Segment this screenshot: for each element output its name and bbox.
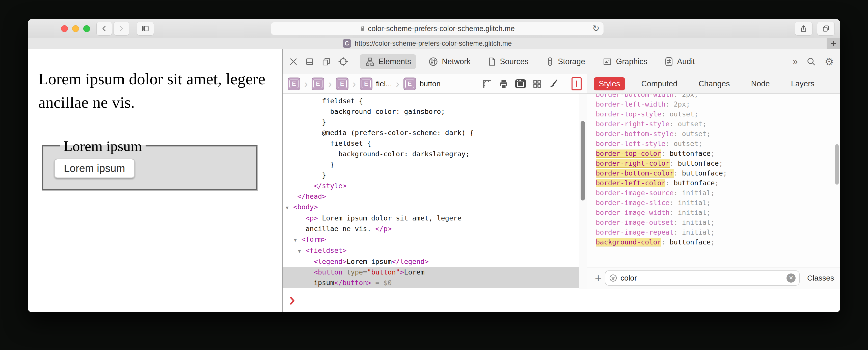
- dom-tree-row[interactable]: </head>: [283, 191, 587, 202]
- element-states-brush-icon[interactable]: [549, 79, 558, 89]
- dom-tree-row[interactable]: <legend>Lorem ipsum</legend>: [283, 256, 587, 267]
- style-property-row[interactable]: border-top-color: buttonface;: [596, 148, 840, 158]
- browser-tab[interactable]: C https://color-scheme-prefers-color-sch…: [28, 38, 827, 49]
- dom-tree-row[interactable]: ▼<form>: [283, 234, 587, 245]
- breadcrumb-element-badge[interactable]: E: [360, 78, 372, 90]
- inspector-tab-network[interactable]: Network: [423, 54, 476, 69]
- dom-tree-row[interactable]: fieldset {: [283, 96, 587, 106]
- sidebar-tab-computed[interactable]: Computed: [636, 77, 682, 90]
- style-property-row[interactable]: border-bottom-width: 2px;: [596, 94, 840, 99]
- styles-panel: border-bottom-width: 2px;border-left-wid…: [587, 94, 840, 267]
- sidebar-tab-changes[interactable]: Changes: [693, 77, 735, 90]
- dom-tree-row[interactable]: ancillae ne vis. </p>: [283, 224, 587, 234]
- page-button[interactable]: Lorem ipsum: [54, 158, 135, 178]
- dom-tree-row[interactable]: <p> Lorem ipsum dolor sit amet, legere: [283, 213, 587, 224]
- dom-tree-row[interactable]: ipsum</button> = $0: [283, 278, 587, 288]
- search-button[interactable]: [806, 57, 816, 66]
- dom-tree-row[interactable]: }: [283, 170, 587, 180]
- breadcrumb-element-badge[interactable]: E: [403, 78, 416, 90]
- sources-icon: [488, 57, 496, 67]
- close-window-button[interactable]: [61, 25, 68, 32]
- clear-filter-icon[interactable]: ✕: [786, 273, 796, 283]
- style-property-row[interactable]: border-left-color: buttonface;: [596, 178, 840, 188]
- dock-to-bottom-button[interactable]: [305, 57, 314, 66]
- breadcrumb-element-badge[interactable]: E: [312, 78, 324, 90]
- reload-icon[interactable]: ↻: [592, 23, 600, 33]
- styles-filter-input[interactable]: color ✕: [605, 270, 800, 286]
- dom-tree-scrollbar[interactable]: [579, 94, 587, 289]
- style-property-row[interactable]: border-right-color: buttonface;: [596, 158, 840, 168]
- dom-tree-row[interactable]: fieldset {: [283, 138, 587, 149]
- inspector-tab-graphics[interactable]: Graphics: [597, 55, 652, 69]
- property-name: border-image-slice: [596, 199, 670, 207]
- inspector-tab-audit[interactable]: Audit: [659, 54, 700, 69]
- minimize-window-button[interactable]: [72, 25, 79, 32]
- styles-scrollbar[interactable]: [835, 94, 839, 267]
- dom-tree-row[interactable]: background-color: gainsboro;: [283, 106, 587, 117]
- scrollbar-thumb[interactable]: [581, 121, 585, 201]
- share-button[interactable]: [795, 22, 812, 35]
- dom-tree-row[interactable]: </style>: [283, 180, 587, 191]
- compositing-borders-icon[interactable]: [571, 77, 582, 90]
- breadcrumb-item-button[interactable]: button: [420, 80, 440, 88]
- dom-tree-row[interactable]: }: [283, 159, 587, 170]
- style-property-row[interactable]: border-image-outset: initial;: [596, 217, 840, 227]
- back-button[interactable]: [96, 22, 112, 35]
- inspector-tab-storage[interactable]: Storage: [541, 54, 590, 69]
- browser-window: color-scheme-prefers-color-scheme.glitch…: [28, 19, 840, 312]
- address-bar[interactable]: color-scheme-prefers-color-scheme.glitch…: [271, 22, 604, 35]
- dom-tree-row[interactable]: }: [283, 117, 587, 127]
- style-property-row[interactable]: border-bottom-color: buttonface;: [596, 168, 840, 178]
- disclosure-triangle-icon[interactable]: ▼: [286, 202, 293, 213]
- rulers-toggle-icon[interactable]: [482, 79, 492, 89]
- style-property-row[interactable]: border-image-repeat: initial;: [596, 227, 840, 237]
- disclosure-triangle-icon[interactable]: ▼: [298, 246, 306, 256]
- breadcrumb-item-fieldset[interactable]: fiel...: [376, 80, 392, 88]
- breadcrumb-element-badge[interactable]: E: [288, 78, 300, 90]
- style-property-row[interactable]: border-image-source: initial;: [596, 188, 840, 198]
- dom-tree-row[interactable]: @media (prefers-color-scheme: dark) {: [283, 127, 587, 138]
- style-property-row[interactable]: border-left-style: outset;: [596, 139, 840, 148]
- property-value: buttonface: [678, 159, 719, 167]
- appearance-toggle-icon[interactable]: [515, 79, 526, 88]
- inspector-tab-elements[interactable]: Elements: [360, 54, 416, 69]
- forward-button[interactable]: [114, 22, 129, 35]
- tab-overview-button[interactable]: [817, 22, 835, 35]
- dom-tree-row[interactable]: <button type="button">Lorem: [283, 267, 587, 278]
- style-property-row[interactable]: border-bottom-style: outset;: [596, 129, 840, 139]
- sidebar-tab-layers[interactable]: Layers: [786, 77, 819, 90]
- classes-toggle[interactable]: Classes: [807, 274, 834, 282]
- style-property-row[interactable]: border-right-style: outset;: [596, 119, 840, 129]
- new-rule-button[interactable]: +: [592, 271, 605, 285]
- style-property-row[interactable]: border-top-style: outset;: [596, 109, 840, 119]
- breadcrumb-element-badge[interactable]: E: [336, 78, 348, 90]
- disclosure-triangle-icon[interactable]: ▼: [294, 235, 302, 245]
- style-property-row[interactable]: background-color: buttonface;: [596, 237, 840, 247]
- page-fieldset: Lorem ipsum Lorem ipsum: [42, 138, 258, 191]
- tabs-overview-icon: [822, 25, 830, 32]
- element-picker-button[interactable]: [338, 57, 348, 67]
- new-tab-button[interactable]: +: [827, 38, 840, 49]
- sidebar-tab-node[interactable]: Node: [746, 77, 775, 90]
- settings-button[interactable]: ⚙: [825, 56, 834, 67]
- style-property-row[interactable]: border-image-width: initial;: [596, 208, 840, 217]
- sidebar-tab-styles[interactable]: Styles: [594, 77, 625, 90]
- print-styles-icon[interactable]: [499, 79, 509, 89]
- dom-tree-row[interactable]: background-color: darkslategray;: [283, 149, 587, 159]
- window-titlebar: color-scheme-prefers-color-scheme.glitch…: [28, 19, 840, 38]
- dom-tree-row[interactable]: ▼<fieldset>: [283, 245, 587, 256]
- style-property-row[interactable]: border-image-slice: initial;: [596, 198, 840, 208]
- grid-overlay-icon[interactable]: [532, 79, 542, 89]
- style-property-row[interactable]: border-left-width: 2px;: [596, 99, 840, 109]
- sidebar-toggle-button[interactable]: [137, 22, 154, 35]
- inspector-tab-sources[interactable]: Sources: [483, 54, 534, 69]
- scrollbar-thumb[interactable]: [835, 144, 839, 184]
- chevron-right-icon: [118, 25, 125, 32]
- quick-console[interactable]: [283, 289, 840, 312]
- close-inspector-button[interactable]: [289, 57, 298, 66]
- property-value: buttonface: [682, 169, 723, 177]
- dom-tree-row[interactable]: ▼<body>: [283, 202, 587, 213]
- zoom-window-button[interactable]: [83, 25, 90, 32]
- more-tabs-button[interactable]: »: [793, 56, 798, 67]
- dock-to-side-button[interactable]: [321, 57, 331, 66]
